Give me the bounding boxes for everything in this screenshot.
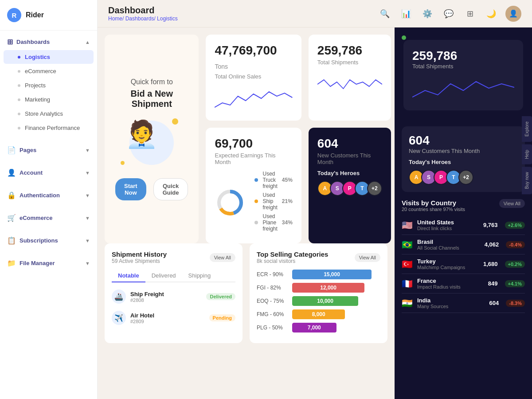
categories-card: Top Selling Categories 8k social visitor…	[250, 243, 387, 343]
start-now-button[interactable]: Start Now	[115, 178, 146, 200]
authentication-label: 🔒 Authentication	[7, 191, 60, 200]
dot-icon	[18, 84, 20, 87]
country-change-us: +2.6%	[505, 222, 525, 229]
country-info-br: Brasil All Social Channels	[417, 239, 480, 250]
side-tab-help[interactable]: Help	[522, 145, 532, 164]
user-avatar[interactable]: 👤	[505, 6, 521, 22]
heroes-avatars: A S P T +2	[317, 181, 382, 196]
quick-guide-button[interactable]: Quick Guide	[153, 178, 188, 200]
category-bars: ECR - 90% 15,000 FGI - 82% 12,000	[257, 270, 380, 332]
search-icon[interactable]: 🔍	[378, 7, 392, 21]
settings-icon[interactable]: ⚙️	[420, 7, 434, 21]
plane-freight-legend: Used Plane freight 34%	[254, 213, 292, 232]
chart-icon[interactable]: 📊	[399, 7, 413, 21]
app-name: Rider	[26, 11, 44, 19]
page-title: Dashboard	[108, 5, 178, 16]
hero-card: Quick form to Bid a New Shipment 🧑‍💼 Sta…	[105, 35, 199, 243]
chevron-down-icon: ▼	[85, 193, 90, 198]
total-shipments-label: Total Shipments	[317, 59, 382, 66]
cat-label-eoq: EOQ - 75%	[257, 298, 288, 304]
dot-icon	[18, 98, 20, 101]
country-info-tr: Turkey Mailchimp Campaigns	[417, 258, 479, 270]
country-change-in: -8.3%	[506, 300, 525, 307]
side-tab-explore[interactable]: Explore	[522, 116, 532, 142]
pages-group[interactable]: 📄 Pages ▼	[0, 142, 97, 158]
total-sales-label: Total Online Sales	[215, 73, 292, 80]
visits-view-all[interactable]: View All	[499, 199, 525, 208]
green-dot-icon	[402, 35, 406, 40]
tab-shipping[interactable]: Shipping	[182, 270, 217, 282]
dark-heroes-title: Today's Heroes	[409, 159, 518, 165]
expected-earnings-card: 69,700 Expected Earnings This Month	[206, 128, 301, 243]
sidebar-account-section: 👤 Account ▼	[0, 161, 97, 184]
header-right: 🔍 📊 ⚙️ 💬 ⊞ 🌙 👤	[378, 6, 521, 22]
shipments-mini-chart	[317, 71, 382, 98]
chat-icon[interactable]: 💬	[442, 7, 456, 21]
country-sub-fr: Impact Radius visits	[417, 284, 484, 289]
stats-grid: 47,769,700 Tons Total Online Sales 259,7…	[206, 35, 391, 243]
cat-row-eoq: EOQ - 75% 10,000	[257, 296, 380, 306]
donut-chart	[215, 187, 246, 218]
cat-bar-fmg-wrap: 8,000	[292, 309, 380, 319]
cat-label-ecr: ECR - 90%	[257, 271, 288, 278]
cat-bar-fgi: 12,000	[292, 283, 364, 293]
country-info-us: United States Direct link clicks	[417, 219, 479, 231]
categories-view-all[interactable]: View All	[355, 253, 380, 262]
sidebar-item-ecommerce[interactable]: eCommerce	[4, 64, 94, 78]
freight-legend: Used Truck freight 45% Used Ship freight…	[254, 171, 292, 235]
visits-title: Visits by Country	[402, 199, 465, 207]
dark-heroes-section: Today's Heroes A S P T +2	[409, 159, 518, 185]
shipment-row-2: ✈️ Air Hotel #2809 Pending	[112, 307, 235, 329]
cat-label-fgi: FGI - 82%	[257, 285, 288, 291]
cat-bar-plg: 7,000	[292, 323, 336, 332]
chevron-down-icon: ▼	[85, 215, 90, 221]
main-content: Dashboard Home/ Dashboards/ Logistics 🔍 …	[98, 0, 532, 399]
authentication-group[interactable]: 🔒 Authentication ▼	[0, 188, 97, 203]
dark-total-shipments-label: Total Shipments	[412, 63, 514, 70]
sidebar-dashboards-section: ⊞ Dashboards ▲ Logistics eCommerce Proje…	[0, 31, 97, 139]
sidebar-files-section: 📁 File Manager ▼	[0, 252, 97, 274]
chevron-down-icon: ▼	[85, 261, 90, 266]
chevron-down-icon: ▼	[85, 238, 90, 243]
ship-freight-legend: Used Ship freight 21%	[254, 192, 292, 211]
top-grid: Quick form to Bid a New Shipment 🧑‍💼 Sta…	[98, 27, 395, 243]
hero-illustration: 🧑‍💼	[116, 116, 187, 169]
sidebar-item-projects[interactable]: Projects	[4, 78, 94, 92]
ecommerce-group[interactable]: 🛒 eCommerce ▼	[0, 210, 97, 226]
account-label: 👤 Account	[7, 168, 43, 177]
subscriptions-group[interactable]: 📋 Subscriptions ▼	[0, 233, 97, 248]
tab-delivered[interactable]: Delivered	[145, 270, 182, 282]
account-group[interactable]: 👤 Account ▼	[0, 165, 97, 180]
country-tr: 🇹🇷 Turkey Mailchimp Campaigns 1,680 +0.2…	[402, 254, 525, 274]
tab-notable[interactable]: Notable	[112, 270, 145, 282]
ship-icon-1: 🚢	[112, 289, 126, 304]
theme-toggle[interactable]: 🌙	[484, 7, 498, 21]
file-manager-group[interactable]: 📁 File Manager ▼	[0, 255, 97, 271]
cat-bar-fgi-wrap: 12,000	[292, 283, 380, 293]
ship-name-1: Ship Freight	[130, 291, 202, 297]
visits-subtitle: 20 countries share 97% visits	[402, 207, 465, 212]
shipment-view-all[interactable]: View All	[210, 253, 235, 262]
content-scroll: Quick form to Bid a New Shipment 🧑‍💼 Sta…	[98, 27, 395, 399]
flag-tr: 🇹🇷	[402, 259, 413, 270]
shipment-title: Shipment History	[112, 250, 167, 258]
ship-icon-2: ✈️	[112, 311, 126, 325]
dashboards-group[interactable]: ⊞ Dashboards ▲	[0, 34, 97, 50]
side-tab-buy-now[interactable]: Buy now	[522, 167, 532, 194]
right-panel: 259,786 Total Shipments 604 New Customer…	[395, 27, 532, 399]
country-fr: 🇫🇷 France Impact Radius visits 849 +4.1%	[402, 274, 525, 293]
visits-section: Visits by Country 20 countries share 97%…	[402, 199, 525, 313]
country-change-tr: +0.2%	[505, 261, 525, 268]
flag-br: 🇧🇷	[402, 239, 413, 250]
sales-mini-chart	[215, 85, 292, 112]
categories-title: Top Selling Categories	[257, 250, 328, 258]
sidebar-item-logistics[interactable]: Logistics	[4, 50, 94, 64]
hero-subtitle: Bid a New Shipment	[115, 89, 188, 109]
chevron-down-icon: ▼	[85, 170, 90, 176]
sidebar-item-store-analytics[interactable]: Store Analytics	[4, 107, 94, 121]
country-sub-in: Many Sources	[417, 304, 485, 309]
grid-icon[interactable]: ⊞	[463, 7, 477, 21]
sidebar-item-marketing[interactable]: Marketing	[4, 93, 94, 106]
country-change-br: -0.4%	[506, 241, 525, 248]
sidebar-item-finance-performance[interactable]: Finance Performance	[4, 121, 94, 135]
